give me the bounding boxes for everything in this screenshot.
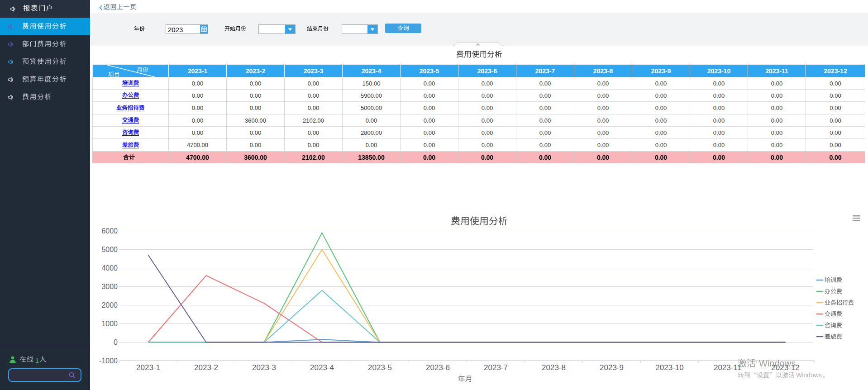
svg-text:2023-6: 2023-6 xyxy=(426,363,450,372)
svg-text:5000: 5000 xyxy=(101,246,118,253)
svg-text:1000: 1000 xyxy=(101,320,118,328)
svg-text:6000: 6000 xyxy=(101,227,118,235)
svg-text:2023-1: 2023-1 xyxy=(136,363,160,372)
svg-text:2023-2: 2023-2 xyxy=(194,363,218,372)
svg-text:2023-5: 2023-5 xyxy=(368,363,392,372)
svg-text:2000: 2000 xyxy=(101,301,118,309)
svg-text:-1000: -1000 xyxy=(99,357,118,365)
svg-text:2023-8: 2023-8 xyxy=(542,363,566,372)
svg-text:3000: 3000 xyxy=(101,283,118,290)
svg-text:4000: 4000 xyxy=(101,264,118,272)
svg-text:2023-11: 2023-11 xyxy=(714,363,741,372)
svg-text:2023-7: 2023-7 xyxy=(484,363,508,372)
svg-text:2023-10: 2023-10 xyxy=(655,363,683,372)
svg-text:2023-3: 2023-3 xyxy=(252,363,276,372)
svg-text:0: 0 xyxy=(114,338,118,346)
svg-text:Windows: Windows xyxy=(796,371,822,379)
svg-text:2023-9: 2023-9 xyxy=(600,363,624,372)
svg-text:2023-4: 2023-4 xyxy=(310,363,334,372)
svg-text:Windows: Windows xyxy=(759,358,796,368)
